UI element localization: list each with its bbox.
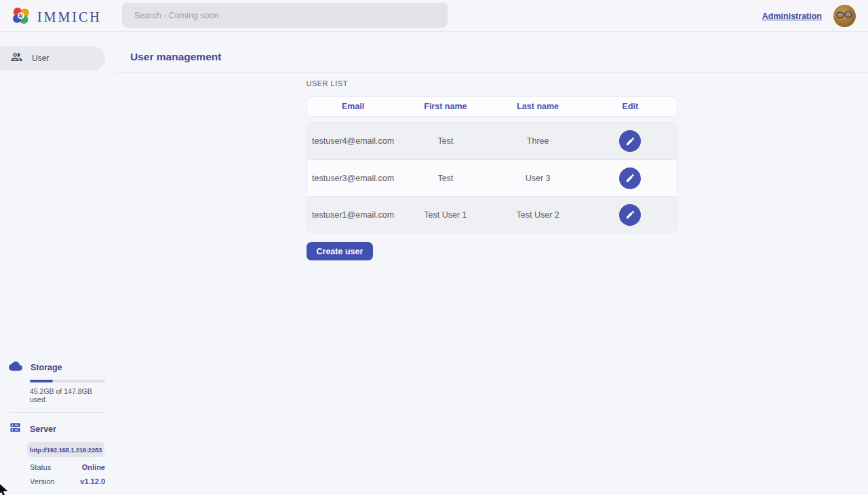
cell-last-name: User 3 xyxy=(492,174,584,183)
pencil-icon xyxy=(625,136,635,146)
column-header-edit: Edit xyxy=(584,102,676,111)
sidebar-item-label: User xyxy=(32,54,49,63)
pencil-icon xyxy=(625,173,635,183)
cell-email: testuser4@email.com xyxy=(307,136,399,146)
edit-user-button[interactable] xyxy=(619,130,641,152)
cloud-icon xyxy=(9,359,22,376)
user-table-body: testuser4@email.com Test Three te xyxy=(307,122,677,233)
cell-last-name: Three xyxy=(492,136,584,146)
cell-email: testuser1@email.com xyxy=(307,210,399,220)
edit-user-button[interactable] xyxy=(619,204,641,226)
server-url-badge: http://192.168.1.216:2283 xyxy=(27,442,104,457)
server-header: Server xyxy=(9,421,105,437)
server-version-row: Version v1.12.0 xyxy=(30,477,105,486)
status-label: Status xyxy=(30,463,51,471)
search-bar xyxy=(122,3,448,28)
sidebar-status-panel: Storage 45.2GB of 147.8GB used xyxy=(0,359,115,495)
immich-flower-icon xyxy=(11,5,31,28)
table-row: testuser4@email.com Test Three xyxy=(307,123,677,159)
section-label: USER LIST xyxy=(307,79,677,87)
storage-title: Storage xyxy=(31,363,62,372)
user-table-header: Email First name Last name Edit xyxy=(307,96,677,117)
version-value: v1.12.0 xyxy=(80,477,105,486)
cell-first-name: Test xyxy=(399,174,492,183)
storage-header: Storage xyxy=(9,359,105,376)
cell-first-name: Test User 1 xyxy=(399,210,492,220)
cell-email: testuser3@email.com xyxy=(307,174,399,183)
sidebar-item-user[interactable]: User xyxy=(0,46,105,71)
version-label: Version xyxy=(30,477,55,486)
administration-link[interactable]: Administration xyxy=(762,12,822,21)
pencil-icon xyxy=(625,210,635,220)
server-status-row: Status Online xyxy=(30,463,105,471)
storage-usage-text: 45.2GB of 147.8GB used xyxy=(30,387,105,403)
main-content: User management USER LIST Email First na… xyxy=(115,32,868,495)
page-title: User management xyxy=(130,51,221,63)
table-row: testuser1@email.com Test User 1 Test Use… xyxy=(307,196,677,233)
edit-user-button[interactable] xyxy=(619,167,641,189)
top-bar: IMMICH Administration xyxy=(0,0,868,32)
search-input[interactable] xyxy=(122,3,448,28)
storage-progress-fill xyxy=(30,380,53,382)
column-header-last-name: Last name xyxy=(492,102,584,111)
server-title: Server xyxy=(30,424,56,434)
column-header-email: Email xyxy=(307,102,399,111)
immich-admin-app: IMMICH Administration User xyxy=(0,0,868,495)
title-divider xyxy=(115,72,868,73)
server-icon xyxy=(9,421,22,437)
cell-first-name: Test xyxy=(399,136,492,146)
app-title: IMMICH xyxy=(37,9,102,25)
status-value: Online xyxy=(82,463,105,471)
sidebar-divider xyxy=(10,412,105,413)
storage-progress-bar xyxy=(30,380,105,382)
cell-last-name: Test User 2 xyxy=(492,210,584,220)
column-header-first-name: First name xyxy=(399,102,492,111)
mouse-cursor xyxy=(0,482,10,495)
user-avatar[interactable] xyxy=(833,5,856,27)
brand[interactable]: IMMICH xyxy=(11,5,102,28)
users-icon xyxy=(10,51,23,66)
glasses-icon xyxy=(836,11,853,19)
table-row: testuser3@email.com Test User 3 xyxy=(307,159,677,196)
admin-sidebar: User Storage 45.2GB of 147.8GB used xyxy=(0,32,115,495)
user-list-section: USER LIST Email First name Last name Edi… xyxy=(115,79,868,260)
create-user-button[interactable]: Create user xyxy=(307,242,374,260)
topbar-right: Administration xyxy=(762,0,856,32)
